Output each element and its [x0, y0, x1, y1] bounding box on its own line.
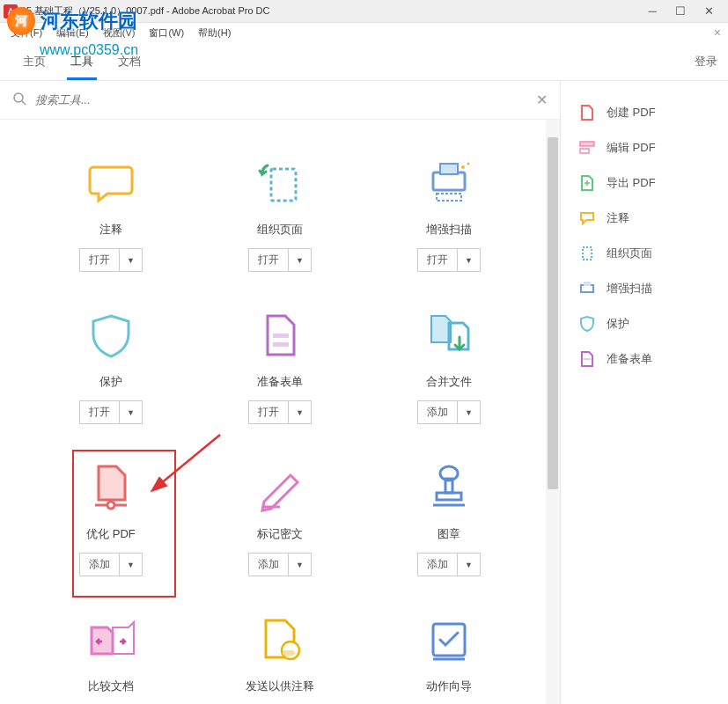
sidebar-item-label: 编辑 PDF — [607, 140, 656, 156]
tool-combine-files[interactable]: 合并文件 添加▼ — [373, 307, 525, 424]
tool-send-for-comments[interactable]: 发送以供注释 — [204, 612, 356, 694]
tool-label: 增强扫描 — [426, 222, 472, 238]
svg-point-8 — [461, 165, 465, 169]
watermark-url: www.pc0359.cn — [40, 42, 138, 58]
chevron-down-icon[interactable]: ▼ — [120, 253, 142, 268]
compare-icon — [83, 612, 139, 668]
tool-label: 图章 — [438, 526, 460, 542]
tool-label: 发送以供注释 — [246, 678, 314, 694]
tool-open-button[interactable]: 打开▼ — [248, 248, 312, 272]
sidebar-item-enhance-scan[interactable]: 增强扫描 — [561, 271, 728, 306]
sidebar-item-organize[interactable]: 组织页面 — [561, 236, 728, 271]
optimize-pdf-icon — [83, 459, 139, 516]
sidebar-item-label: 组织页面 — [607, 246, 652, 261]
svg-rect-10 — [273, 334, 289, 338]
action-wizard-icon — [421, 612, 477, 668]
tool-add-button[interactable]: 添加▼ — [79, 553, 143, 576]
export-pdf-icon — [578, 174, 596, 192]
organize-icon — [578, 245, 596, 262]
watermark-logo: 河 河东软件园 — [7, 7, 137, 35]
tool-redact[interactable]: 标记密文 添加▼ — [204, 459, 356, 576]
sidebar-item-edit-pdf[interactable]: 编辑 PDF — [561, 130, 728, 165]
svg-rect-28 — [584, 358, 591, 360]
svg-rect-4 — [271, 169, 296, 201]
chevron-down-icon[interactable]: ▼ — [289, 253, 311, 268]
tool-stamp[interactable]: 图章 添加▼ — [373, 459, 525, 576]
tool-label: 组织页面 — [257, 222, 303, 238]
svg-rect-7 — [437, 194, 461, 201]
tool-label: 保护 — [99, 374, 122, 390]
tool-open-button[interactable]: 打开▼ — [79, 400, 143, 424]
svg-point-2 — [14, 93, 23, 102]
tool-compare[interactable]: 比较文档 — [35, 612, 187, 694]
scrollbar-thumb[interactable] — [548, 137, 558, 489]
maximize-button[interactable]: ☐ — [672, 3, 689, 20]
close-button[interactable]: ✕ — [700, 3, 717, 20]
clear-search-button[interactable]: ✕ — [536, 92, 548, 108]
sidebar-item-prepare-form[interactable]: 准备表单 — [561, 341, 728, 377]
svg-rect-11 — [273, 342, 289, 347]
sidebar-item-comment[interactable]: 注释 — [561, 201, 728, 236]
chevron-down-icon[interactable]: ▼ — [458, 253, 480, 268]
organize-pages-icon — [252, 155, 308, 211]
tool-add-button[interactable]: 添加▼ — [417, 400, 481, 424]
sidebar-item-label: 保护 — [607, 316, 629, 332]
right-sidebar: 创建 PDF 编辑 PDF 导出 PDF 注释 组织页面 增强扫描 保护 准备 — [561, 81, 728, 704]
search-icon — [12, 92, 26, 109]
search-input[interactable] — [35, 93, 527, 106]
sidebar-item-label: 增强扫描 — [607, 281, 652, 297]
tool-comment[interactable]: 注释 打开▼ — [35, 155, 187, 272]
sidebar-item-label: 注释 — [607, 210, 629, 226]
tool-enhance-scan[interactable]: 增强扫描 打开▼ — [373, 155, 525, 272]
tool-open-button[interactable]: 打开▼ — [248, 400, 312, 424]
scan-icon — [578, 280, 596, 297]
tool-prepare-form[interactable]: 准备表单 打开▼ — [204, 307, 356, 424]
sidebar-item-protect[interactable]: 保护 — [561, 306, 728, 341]
tool-add-button[interactable]: 添加▼ — [417, 553, 481, 576]
tool-action-wizard[interactable]: 动作向导 — [373, 612, 525, 694]
chevron-down-icon[interactable]: ▼ — [120, 557, 142, 573]
chevron-down-icon[interactable]: ▼ — [120, 405, 142, 421]
close-document-button[interactable]: × — [714, 26, 721, 40]
svg-rect-26 — [581, 285, 593, 292]
chevron-down-icon[interactable]: ▼ — [289, 405, 311, 421]
tool-label: 准备表单 — [257, 374, 303, 390]
minimize-button[interactable]: ─ — [643, 3, 661, 20]
tool-open-button[interactable]: 打开▼ — [417, 248, 481, 272]
tool-label: 注释 — [99, 222, 122, 238]
logo-icon: 河 — [7, 7, 35, 35]
tool-label: 合并文件 — [426, 374, 472, 390]
chevron-down-icon[interactable]: ▼ — [458, 557, 480, 573]
tool-add-button[interactable]: 添加▼ — [248, 553, 312, 576]
chevron-down-icon[interactable]: ▼ — [289, 557, 311, 573]
chevron-down-icon[interactable]: ▼ — [458, 405, 480, 421]
menu-window[interactable]: 窗口(W) — [143, 25, 189, 41]
stamp-icon — [421, 459, 477, 516]
edit-pdf-icon — [578, 139, 596, 157]
sidebar-item-label: 准备表单 — [607, 351, 652, 367]
comment-icon — [578, 209, 596, 227]
sidebar-item-export-pdf[interactable]: 导出 PDF — [561, 165, 728, 201]
menu-help[interactable]: 帮助(H) — [193, 25, 236, 41]
svg-rect-24 — [580, 149, 589, 153]
send-comments-icon — [252, 612, 308, 668]
login-link[interactable]: 登录 — [695, 54, 717, 70]
tool-open-button[interactable]: 打开▼ — [79, 248, 143, 272]
tool-protect[interactable]: 保护 打开▼ — [35, 307, 187, 424]
svg-point-13 — [107, 502, 114, 509]
scrollbar[interactable] — [546, 120, 560, 704]
tool-organize-pages[interactable]: 组织页面 打开▼ — [204, 155, 356, 272]
svg-rect-27 — [584, 282, 591, 286]
sidebar-item-create-pdf[interactable]: 创建 PDF — [561, 95, 728, 130]
svg-rect-17 — [437, 493, 461, 500]
main-panel: ✕ 注释 打开▼ 组织页面 打开▼ — [0, 81, 561, 704]
combine-files-icon — [421, 307, 477, 363]
tool-label: 标记密文 — [257, 526, 303, 542]
svg-point-9 — [467, 163, 470, 165]
form-icon — [252, 307, 308, 363]
tools-scroll-area[interactable]: 注释 打开▼ 组织页面 打开▼ 增强扫描 打开▼ — [0, 120, 560, 704]
enhance-scan-icon — [421, 155, 477, 211]
tool-optimize-pdf[interactable]: 优化 PDF 添加▼ — [35, 459, 187, 576]
tool-label: 动作向导 — [426, 678, 472, 694]
form-icon — [578, 350, 596, 368]
